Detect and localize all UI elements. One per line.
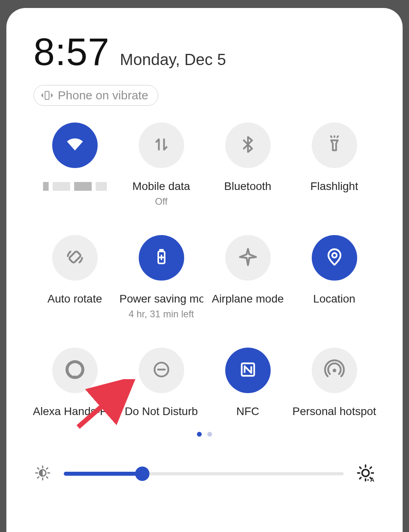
power-saving-toggle[interactable] — [139, 235, 184, 281]
tile-auto-rotate: Auto rotate — [33, 235, 116, 320]
airplane-icon — [237, 246, 259, 269]
outer-frame: 8:57 Monday, Dec 5 Phone on vibrate Mobi… — [0, 0, 409, 532]
svg-rect-0 — [45, 91, 49, 99]
wifi-toggle[interactable] — [52, 123, 98, 168]
brightness-low-icon — [33, 464, 52, 484]
svg-point-4 — [67, 362, 83, 378]
slider-thumb[interactable] — [135, 467, 149, 481]
airplane-mode-toggle[interactable] — [225, 235, 271, 281]
svg-text:A: A — [370, 477, 374, 483]
tile-mobile-data: Mobile dataOff — [120, 123, 203, 207]
power-saving-sublabel: 4 hr, 31 min left — [128, 309, 194, 320]
tile-power-saving: Power saving mode4 hr, 31 min left — [120, 235, 203, 320]
hotspot-toggle[interactable] — [312, 348, 357, 393]
svg-point-5 — [73, 376, 76, 378]
quick-settings-panel: 8:57 Monday, Dec 5 Phone on vibrate Mobi… — [6, 8, 403, 532]
svg-point-10 — [362, 469, 369, 477]
power-saving-label: Power saving mode — [120, 293, 203, 305]
hotspot-label: Personal hotspot — [293, 405, 376, 418]
tile-location: Location — [293, 235, 376, 320]
location-toggle[interactable] — [312, 235, 357, 281]
flashlight-label: Flashlight — [311, 180, 358, 193]
tile-nfc: NFC — [206, 348, 289, 418]
clock-date: Monday, Dec 5 — [120, 51, 226, 69]
rotate-icon — [64, 246, 86, 269]
brightness-slider[interactable] — [64, 466, 344, 482]
dnd-toggle[interactable] — [139, 348, 184, 393]
vibrate-icon — [41, 89, 53, 101]
tile-flashlight: Flashlight — [293, 123, 376, 207]
bluetooth-icon — [238, 134, 258, 156]
hotspot-icon — [324, 359, 345, 382]
mobile-data-toggle[interactable] — [139, 123, 184, 168]
auto-brightness-icon[interactable]: A — [356, 463, 376, 485]
tile-wifi — [33, 123, 116, 207]
svg-point-8 — [332, 369, 336, 372]
slider-fill — [64, 472, 142, 476]
page-dot[interactable] — [207, 432, 212, 437]
tile-airplane-mode: Airplane mode — [206, 235, 289, 320]
nfc-icon — [238, 360, 258, 381]
header: 8:57 Monday, Dec 5 — [33, 30, 376, 74]
tile-dnd: Do Not Disturb — [120, 348, 203, 418]
mobile-data-sublabel: Off — [155, 196, 168, 207]
data-icon — [151, 134, 172, 156]
ringer-status-chip[interactable]: Phone on vibrate — [33, 85, 158, 106]
page-dot[interactable] — [197, 432, 202, 437]
svg-point-3 — [332, 253, 336, 257]
bluetooth-toggle[interactable] — [225, 123, 271, 168]
wifi-label-redacted — [41, 182, 109, 190]
clock-time: 8:57 — [33, 30, 110, 74]
auto-rotate-label: Auto rotate — [47, 293, 102, 305]
wifi-icon — [63, 133, 87, 158]
location-label: Location — [313, 293, 356, 305]
flashlight-toggle[interactable] — [312, 123, 357, 168]
page-indicator — [6, 432, 403, 437]
alexa-icon — [64, 358, 86, 382]
airplane-mode-label: Airplane mode — [212, 293, 284, 305]
nfc-toggle[interactable] — [225, 348, 271, 393]
flashlight-icon — [324, 134, 344, 156]
slider-track — [64, 472, 344, 475]
bluetooth-label: Bluetooth — [224, 180, 271, 193]
nfc-label: NFC — [236, 405, 260, 418]
tiles-grid: Mobile dataOffBluetoothFlashlightAuto ro… — [33, 123, 376, 418]
ringer-status-label: Phone on vibrate — [58, 89, 148, 102]
battery-icon — [152, 247, 171, 268]
mobile-data-label: Mobile data — [132, 180, 190, 193]
tile-alexa: Alexa Hands-Free — [33, 348, 116, 418]
svg-point-12 — [367, 479, 369, 481]
tile-bluetooth: Bluetooth — [206, 123, 289, 207]
alexa-label: Alexa Hands-Free — [33, 405, 117, 418]
tile-hotspot: Personal hotspot — [293, 348, 376, 418]
location-icon — [324, 247, 345, 269]
brightness-row: A — [33, 463, 376, 485]
alexa-toggle[interactable] — [52, 348, 98, 393]
auto-rotate-toggle[interactable] — [52, 235, 98, 281]
dnd-label: Do Not Disturb — [125, 405, 198, 418]
dnd-icon — [151, 359, 172, 382]
